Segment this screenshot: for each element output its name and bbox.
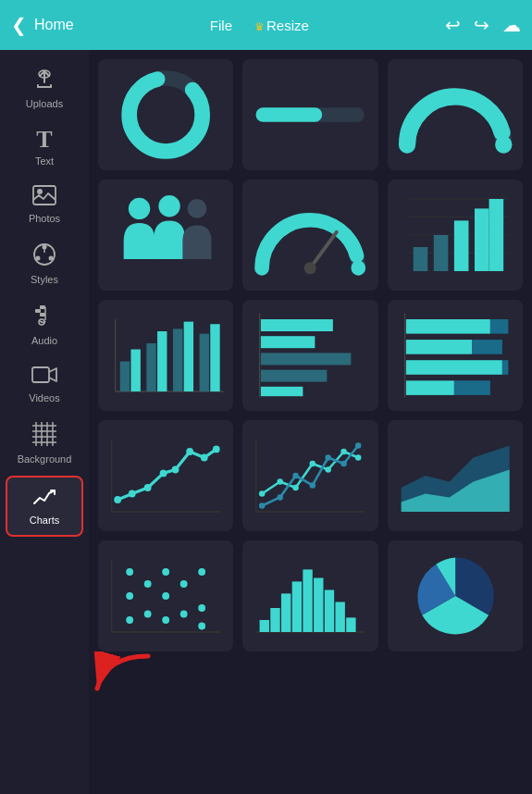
chart-area[interactable] (388, 420, 523, 531)
chart-line-multi[interactable] (242, 420, 377, 531)
svg-point-78 (310, 461, 316, 467)
svg-rect-114 (336, 602, 345, 633)
chart-progress-bar[interactable] (242, 59, 377, 170)
styles-icon (32, 242, 56, 270)
svg-point-93 (126, 568, 133, 576)
sidebar-item-background[interactable]: Background (0, 413, 89, 474)
home-label[interactable]: Home (34, 17, 74, 33)
svg-rect-1 (33, 186, 56, 205)
svg-rect-58 (472, 340, 502, 354)
svg-rect-62 (454, 380, 490, 395)
svg-rect-33 (413, 247, 427, 271)
chart-gauge[interactable] (242, 180, 377, 291)
svg-rect-42 (146, 343, 155, 391)
svg-point-4 (43, 245, 47, 250)
undo-icon[interactable]: ↩ (445, 14, 461, 36)
svg-point-85 (310, 482, 316, 489)
file-nav[interactable]: File (210, 18, 232, 33)
svg-rect-40 (120, 362, 130, 392)
chart-grid (89, 50, 532, 794)
svg-point-25 (158, 195, 179, 217)
chart-scatter[interactable] (98, 540, 233, 651)
svg-rect-110 (292, 581, 302, 632)
charts-icon (32, 487, 56, 511)
svg-rect-44 (173, 329, 182, 391)
back-icon[interactable]: ❮ (11, 14, 27, 36)
chart-stacked-bar[interactable] (388, 300, 523, 411)
svg-point-98 (180, 580, 188, 588)
sidebar: Uploads T Text Photos (0, 50, 89, 794)
styles-label: Styles (31, 274, 58, 285)
svg-point-2 (37, 189, 43, 194)
chart-bar-horizontal[interactable] (242, 300, 377, 411)
svg-point-84 (293, 473, 300, 479)
chart-bar-vertical[interactable] (388, 180, 523, 291)
sidebar-item-styles[interactable]: Styles (0, 233, 89, 294)
uploads-label: Uploads (26, 98, 63, 109)
svg-point-5 (49, 256, 54, 261)
uploads-icon (33, 68, 56, 94)
svg-point-104 (162, 616, 169, 624)
svg-rect-36 (475, 208, 489, 271)
svg-rect-113 (325, 590, 334, 633)
chart-histogram[interactable] (242, 540, 377, 651)
videos-label: Videos (29, 392, 59, 403)
svg-rect-57 (406, 340, 473, 354)
sidebar-item-photos[interactable]: Photos (0, 176, 89, 233)
svg-point-102 (198, 604, 205, 612)
svg-point-28 (304, 262, 316, 274)
svg-point-21 (130, 78, 203, 151)
top-nav: File ♛Resize (81, 18, 438, 33)
svg-point-97 (162, 592, 169, 600)
chart-bar-grouped[interactable] (98, 300, 233, 411)
svg-rect-41 (130, 350, 140, 392)
svg-point-26 (188, 199, 207, 218)
sidebar-item-charts[interactable]: Charts (6, 476, 83, 537)
svg-point-79 (326, 466, 332, 473)
svg-point-72 (213, 446, 220, 453)
svg-rect-52 (261, 370, 328, 382)
sidebar-item-text[interactable]: T Text (0, 118, 89, 176)
svg-point-83 (278, 494, 284, 501)
svg-point-86 (326, 454, 332, 461)
svg-rect-34 (433, 235, 448, 271)
cloud-icon[interactable]: ☁ (502, 14, 521, 36)
svg-point-101 (180, 611, 188, 618)
sidebar-item-audio[interactable]: Audio (0, 294, 89, 355)
redo-icon[interactable]: ↪ (474, 14, 489, 36)
resize-nav[interactable]: ♛Resize (254, 18, 309, 33)
svg-rect-61 (406, 380, 454, 395)
svg-rect-37 (489, 199, 503, 271)
chart-line-single[interactable] (98, 420, 233, 531)
svg-rect-60 (502, 360, 509, 375)
svg-line-27 (310, 232, 337, 268)
audio-icon (32, 304, 56, 331)
chart-donut[interactable] (98, 59, 233, 170)
svg-point-99 (198, 568, 205, 576)
svg-point-81 (355, 454, 362, 461)
svg-rect-50 (261, 336, 315, 348)
photos-label: Photos (29, 213, 60, 224)
svg-rect-9 (40, 313, 45, 316)
crown-icon: ♛ (254, 20, 265, 33)
sidebar-item-uploads[interactable]: Uploads (0, 59, 89, 118)
svg-rect-8 (35, 309, 41, 313)
chart-pie[interactable] (388, 540, 523, 651)
svg-point-24 (129, 198, 150, 219)
main-content: Uploads T Text Photos (0, 50, 532, 794)
videos-icon (31, 365, 57, 389)
back-nav[interactable]: ❮ Home (11, 14, 74, 36)
chart-people[interactable] (98, 180, 233, 291)
svg-rect-45 (184, 322, 193, 391)
svg-point-96 (162, 568, 169, 576)
svg-rect-23 (256, 107, 323, 122)
svg-point-67 (144, 484, 152, 491)
svg-point-65 (114, 496, 121, 503)
audio-label: Audio (31, 335, 57, 346)
svg-point-69 (172, 466, 179, 474)
svg-point-80 (341, 449, 348, 455)
chart-half-donut[interactable] (388, 59, 523, 170)
sidebar-item-videos[interactable]: Videos (0, 355, 89, 413)
svg-point-77 (293, 485, 300, 491)
svg-point-68 (160, 470, 167, 478)
